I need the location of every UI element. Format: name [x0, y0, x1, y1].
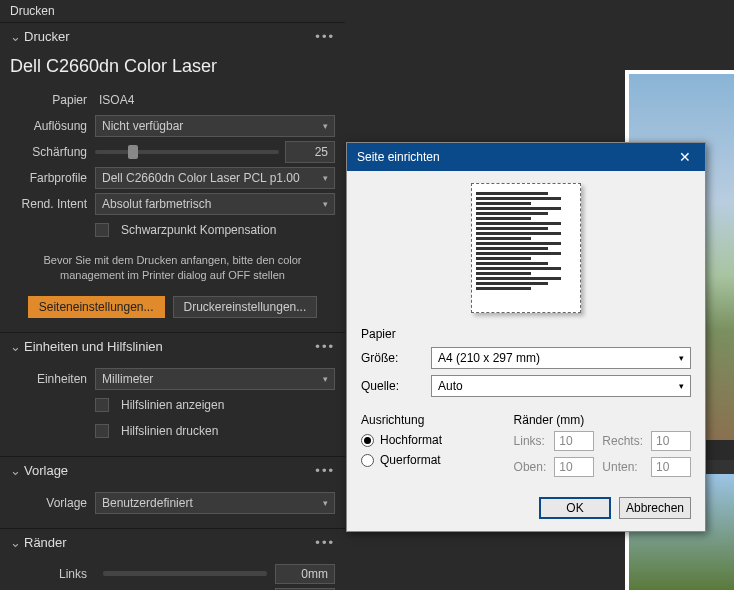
- section-header-units[interactable]: ⌄ Einheiten und Hilfslinien •••: [0, 333, 345, 360]
- printer-name: Dell C2660dn Color Laser: [10, 54, 335, 85]
- chevron-down-icon: ▾: [323, 173, 328, 183]
- m-top-label: Oben:: [514, 460, 547, 474]
- sharpen-value[interactable]: 25: [285, 141, 335, 163]
- m-left-input[interactable]: 10: [554, 431, 594, 451]
- show-guides-checkbox[interactable]: [95, 398, 109, 412]
- portrait-radio-row[interactable]: Hochformat: [361, 433, 494, 447]
- orientation-group-label: Ausrichtung: [361, 413, 494, 427]
- margin-left-slider[interactable]: [103, 571, 267, 576]
- paper-group-label: Papier: [361, 327, 691, 341]
- close-icon[interactable]: ✕: [675, 149, 695, 165]
- chevron-down-icon: ▾: [323, 374, 328, 384]
- chevron-down-icon: ▾: [679, 381, 684, 391]
- section-header-margins[interactable]: ⌄ Ränder •••: [0, 529, 345, 556]
- section-printer: ⌄ Drucker ••• Dell C2660dn Color Laser P…: [0, 23, 345, 333]
- page-settings-button[interactable]: Seiteneinstellungen...: [28, 296, 165, 318]
- section-title: Vorlage: [24, 463, 68, 478]
- chevron-down-icon: ⌄: [10, 535, 20, 550]
- section-header-printer[interactable]: ⌄ Drucker •••: [0, 23, 345, 50]
- show-guides-label: Hilfslinien anzeigen: [121, 398, 224, 412]
- intent-label: Rend. Intent: [10, 197, 95, 211]
- paper-label: Papier: [10, 93, 95, 107]
- page-setup-dialog: Seite einrichten ✕ Papier Größe: A4 (210…: [346, 142, 706, 532]
- m-top-input[interactable]: 10: [554, 457, 594, 477]
- m-bottom-label: Unten:: [602, 460, 643, 474]
- section-header-template[interactable]: ⌄ Vorlage •••: [0, 457, 345, 484]
- template-label: Vorlage: [10, 496, 95, 510]
- section-margins: ⌄ Ränder ••• Links 0mm Rechts 0mm Oben 0…: [0, 529, 345, 590]
- chevron-down-icon: ▾: [679, 353, 684, 363]
- printer-hint: Bevor Sie mit dem Drucken anfangen, bitt…: [10, 245, 335, 292]
- sharpen-slider[interactable]: [95, 150, 279, 154]
- landscape-label: Querformat: [380, 453, 441, 467]
- cancel-button[interactable]: Abbrechen: [619, 497, 691, 519]
- margins-group-label: Ränder (mm): [514, 413, 691, 427]
- chevron-down-icon: ⌄: [10, 339, 20, 354]
- more-icon[interactable]: •••: [315, 339, 335, 354]
- margin-left-value[interactable]: 0mm: [275, 564, 335, 584]
- sharpen-label: Schärfung: [10, 145, 95, 159]
- portrait-label: Hochformat: [380, 433, 442, 447]
- section-title: Einheiten und Hilfslinien: [24, 339, 163, 354]
- source-select[interactable]: Auto ▾: [431, 375, 691, 397]
- portrait-radio[interactable]: [361, 434, 374, 447]
- section-title: Drucker: [24, 29, 70, 44]
- units-label: Einheiten: [10, 372, 95, 386]
- margin-left-label: Links: [10, 567, 95, 581]
- chevron-down-icon: ⌄: [10, 29, 20, 44]
- print-panel: Drucken ⌄ Drucker ••• Dell C2660dn Color…: [0, 0, 345, 590]
- section-units: ⌄ Einheiten und Hilfslinien ••• Einheite…: [0, 333, 345, 457]
- chevron-down-icon: ⌄: [10, 463, 20, 478]
- slider-thumb[interactable]: [128, 145, 138, 159]
- size-select[interactable]: A4 (210 x 297 mm) ▾: [431, 347, 691, 369]
- print-guides-label: Hilfslinien drucken: [121, 424, 218, 438]
- m-right-label: Rechts:: [602, 434, 643, 448]
- m-left-label: Links:: [514, 434, 547, 448]
- landscape-radio[interactable]: [361, 454, 374, 467]
- profile-select[interactable]: Dell C2660dn Color Laser PCL p1.00 ▾: [95, 167, 335, 189]
- dialog-titlebar[interactable]: Seite einrichten ✕: [347, 143, 705, 171]
- template-select[interactable]: Benutzerdefiniert ▾: [95, 492, 335, 514]
- m-bottom-input[interactable]: 10: [651, 457, 691, 477]
- blackpoint-checkbox[interactable]: [95, 223, 109, 237]
- more-icon[interactable]: •••: [315, 29, 335, 44]
- more-icon[interactable]: •••: [315, 463, 335, 478]
- paper-value: ISOA4: [95, 93, 134, 107]
- section-template: ⌄ Vorlage ••• Vorlage Benutzerdefiniert …: [0, 457, 345, 529]
- ok-button[interactable]: OK: [539, 497, 611, 519]
- profile-label: Farbprofile: [10, 171, 95, 185]
- intent-select[interactable]: Absolut farbmetrisch ▾: [95, 193, 335, 215]
- page-preview: [471, 183, 581, 313]
- landscape-radio-row[interactable]: Querformat: [361, 453, 494, 467]
- section-title: Ränder: [24, 535, 67, 550]
- resolution-label: Auflösung: [10, 119, 95, 133]
- panel-title: Drucken: [0, 0, 345, 23]
- chevron-down-icon: ▾: [323, 199, 328, 209]
- size-label: Größe:: [361, 351, 431, 365]
- source-label: Quelle:: [361, 379, 431, 393]
- dialog-title: Seite einrichten: [357, 150, 440, 164]
- print-guides-checkbox[interactable]: [95, 424, 109, 438]
- blackpoint-label: Schwarzpunkt Kompensation: [121, 223, 276, 237]
- printer-settings-button[interactable]: Druckereinstellungen...: [173, 296, 318, 318]
- more-icon[interactable]: •••: [315, 535, 335, 550]
- units-select[interactable]: Millimeter ▾: [95, 368, 335, 390]
- m-right-input[interactable]: 10: [651, 431, 691, 451]
- chevron-down-icon: ▾: [323, 498, 328, 508]
- resolution-select[interactable]: Nicht verfügbar ▾: [95, 115, 335, 137]
- chevron-down-icon: ▾: [323, 121, 328, 131]
